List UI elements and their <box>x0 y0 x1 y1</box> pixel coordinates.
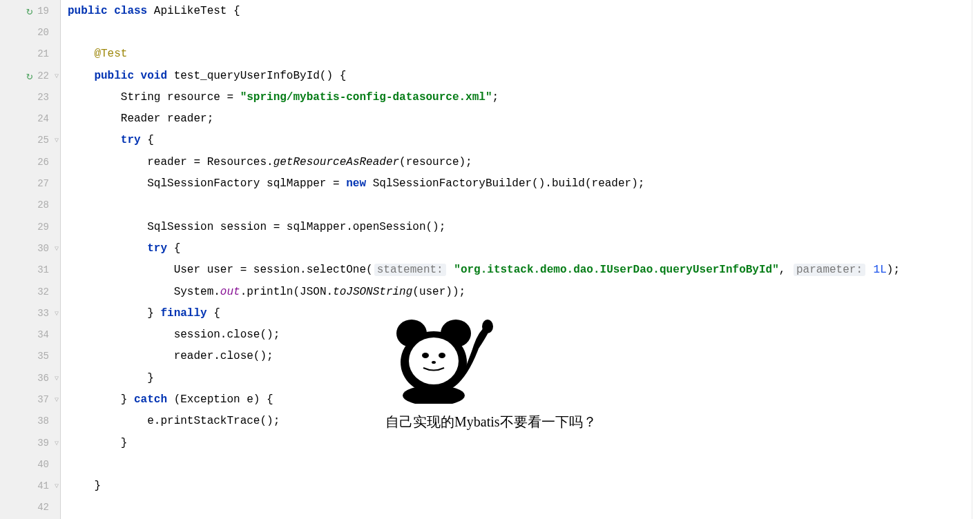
code-line[interactable] <box>68 453 972 475</box>
code-line[interactable]: String resource = "spring/mybatis-config… <box>68 86 972 108</box>
gutter-row[interactable]: 20 <box>0 21 60 43</box>
code-line[interactable]: } <box>68 476 972 497</box>
code-line[interactable]: SqlSessionFactory sqlMapper = new SqlSes… <box>68 173 972 194</box>
code-line[interactable] <box>68 21 972 43</box>
code-line[interactable]: SqlSession session = sqlMapper.openSessi… <box>68 216 972 237</box>
code-line[interactable]: reader.close(); <box>68 346 972 367</box>
code-line[interactable]: Reader reader; <box>68 108 972 129</box>
gutter-row[interactable]: 24 <box>0 108 60 129</box>
fold-icon[interactable]: ▽ <box>55 395 59 404</box>
gutter-row[interactable]: 21 <box>0 43 60 65</box>
gutter-row[interactable]: 33▽ <box>0 302 60 324</box>
gutter: 19↻202122↻▽232425▽2627282930▽313233▽3435… <box>0 0 61 519</box>
code-line[interactable]: session.close(); <box>68 324 972 345</box>
line-number: 41 <box>28 480 49 491</box>
line-number: 30 <box>28 243 49 254</box>
code-line[interactable]: reader = Resources.getResourceAsReader(r… <box>68 151 972 173</box>
code-line[interactable]: } <box>68 367 972 389</box>
code-line[interactable]: } finally { <box>68 302 972 324</box>
fold-icon[interactable]: ▽ <box>55 374 59 382</box>
gutter-row[interactable]: 30▽ <box>0 237 60 259</box>
line-number: 24 <box>28 113 49 124</box>
line-number: 38 <box>28 415 49 427</box>
gutter-row[interactable]: 42 <box>0 497 60 518</box>
code-line[interactable]: } catch (Exception e) { <box>68 389 972 410</box>
gutter-row[interactable]: 41▽ <box>0 476 60 497</box>
code-editor[interactable]: public class ApiLikeTest { @Test public … <box>61 0 972 519</box>
run-test-icon[interactable]: ↻ <box>26 69 33 83</box>
gutter-row[interactable]: 37▽ <box>0 389 60 410</box>
line-number: 28 <box>28 199 49 210</box>
gutter-row[interactable]: 25▽ <box>0 130 60 151</box>
gutter-row[interactable]: 23 <box>0 86 60 108</box>
fold-icon[interactable]: ▽ <box>55 136 59 144</box>
gutter-row[interactable]: 35 <box>0 346 60 367</box>
gutter-row[interactable]: 40 <box>0 453 60 475</box>
run-test-icon[interactable]: ↻ <box>26 4 33 18</box>
line-number: 42 <box>28 502 49 513</box>
code-line[interactable] <box>68 195 972 216</box>
line-number: 26 <box>28 157 49 168</box>
gutter-row[interactable]: 31 <box>0 260 60 281</box>
code-line[interactable]: e.printStackTrace(); <box>68 411 972 432</box>
line-number: 39 <box>28 438 49 449</box>
code-line[interactable]: try { <box>68 237 972 259</box>
gutter-row[interactable]: 39▽ <box>0 432 60 453</box>
gutter-row[interactable]: 29 <box>0 216 60 237</box>
gutter-row[interactable]: 26 <box>0 151 60 173</box>
fold-icon[interactable]: ▽ <box>55 244 59 253</box>
gutter-row[interactable]: 19↻ <box>0 0 60 21</box>
fold-icon[interactable]: ▽ <box>55 72 59 80</box>
line-number: 27 <box>28 178 49 189</box>
line-number: 36 <box>28 373 49 384</box>
code-line[interactable]: } <box>68 432 972 453</box>
line-number: 23 <box>28 92 49 103</box>
line-number: 33 <box>28 308 49 319</box>
fold-icon[interactable]: ▽ <box>55 482 59 490</box>
line-number: 20 <box>28 27 49 38</box>
gutter-row[interactable]: 38 <box>0 411 60 432</box>
fold-icon[interactable]: ▽ <box>55 439 59 447</box>
code-line[interactable] <box>68 497 972 518</box>
gutter-row[interactable]: 32 <box>0 281 60 302</box>
gutter-row[interactable]: 22↻▽ <box>0 65 60 86</box>
line-number: 40 <box>28 459 49 470</box>
line-number: 34 <box>28 329 49 340</box>
gutter-row[interactable]: 34 <box>0 324 60 345</box>
param-hint: statement: <box>374 264 446 276</box>
line-number: 31 <box>28 264 49 275</box>
gutter-row[interactable]: 36▽ <box>0 367 60 389</box>
code-line[interactable]: User user = session.selectOne(statement:… <box>68 260 972 281</box>
line-number: 32 <box>28 286 49 297</box>
code-line[interactable]: System.out.println(JSON.toJSONString(use… <box>68 281 972 302</box>
marker-strip[interactable] <box>972 0 980 519</box>
line-number: 37 <box>28 394 49 405</box>
code-line[interactable]: try { <box>68 130 972 151</box>
line-number: 29 <box>28 222 49 233</box>
line-number: 21 <box>28 48 49 59</box>
fold-icon[interactable]: ▽ <box>55 309 59 317</box>
code-line[interactable]: @Test <box>68 43 972 65</box>
line-number: 35 <box>28 351 49 362</box>
gutter-row[interactable]: 28 <box>0 195 60 216</box>
code-line[interactable]: public void test_queryUserInfoById() { <box>68 65 972 86</box>
param-hint: parameter: <box>794 264 865 276</box>
line-number: 25 <box>28 135 49 146</box>
code-line[interactable]: public class ApiLikeTest { <box>68 0 972 21</box>
gutter-row[interactable]: 27 <box>0 173 60 194</box>
